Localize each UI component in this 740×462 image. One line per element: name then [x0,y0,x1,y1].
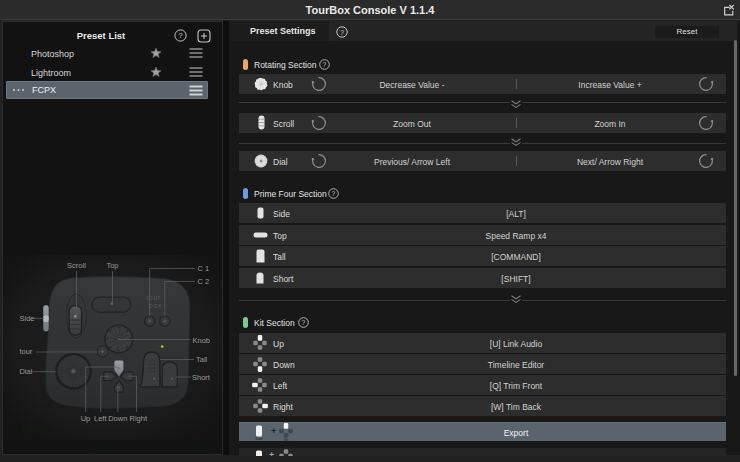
svg-text:?: ? [323,61,327,68]
svg-text:Up: Up [81,414,91,423]
svg-text:Side: Side [255,437,263,441]
svg-text:?: ? [178,31,183,40]
svg-text:C 1: C 1 [198,264,210,273]
svg-text:Dial: Dial [19,367,32,376]
svg-text:Scroll: Scroll [67,261,86,270]
svg-text:tour: tour [19,347,32,356]
svg-text:?: ? [340,28,344,37]
svg-text:Right: Right [130,414,148,423]
svg-text:Down: Down [108,414,127,423]
svg-text:Short: Short [192,373,211,382]
svg-text:Top: Top [106,261,118,270]
svg-text:Left: Left [94,414,107,423]
svg-text:C 2: C 2 [198,277,210,286]
svg-text:?: ? [302,319,306,326]
svg-text:Up: Up [284,438,289,442]
svg-text:Tall: Tall [196,355,208,364]
svg-text:box: box [149,301,163,310]
svg-text:Knob: Knob [193,336,211,345]
svg-text:?: ? [332,190,336,197]
svg-text:Side: Side [20,314,35,323]
